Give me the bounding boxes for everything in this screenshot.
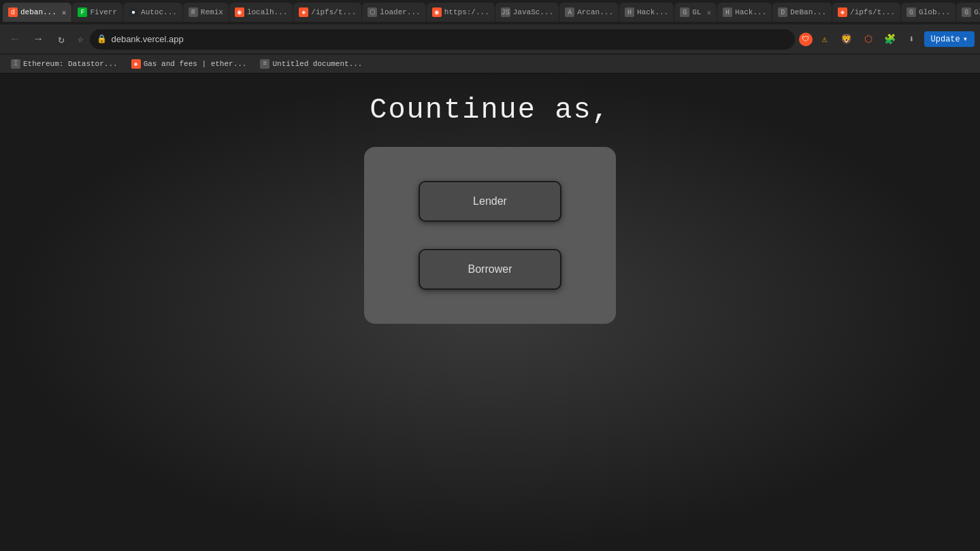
browser-chrome: d deban... ✕ F Fiverr ● Autoc... R Remix… [0, 0, 980, 73]
tab-javascript[interactable]: JS JavaSc... [495, 3, 559, 22]
tab-favicon: H [723, 7, 732, 17]
tab-favicon: ◈ [838, 7, 847, 17]
tab-favicon: ⬡ [368, 7, 377, 17]
tab-autocomplete[interactable]: ● Autoc... [123, 3, 182, 22]
brave-rewards-icon[interactable]: 🦁 [837, 30, 856, 49]
bookmark-favicon: Ξ [11, 59, 20, 69]
address-text: debank.vercel.app [111, 34, 787, 44]
toolbar: ← → ↻ ☆ 🔒 debank.vercel.app 🛡 ⚠ 🦁 ⬡ 🧩 ⬇ … [0, 24, 980, 54]
update-button[interactable]: Update ▾ [924, 31, 975, 47]
tab-global2[interactable]: G Glob... [956, 3, 980, 22]
toolbar-right: 🛡 ⚠ 🦁 ⬡ 🧩 ⬇ Update ▾ [799, 30, 975, 49]
tab-favicon: ◉ [235, 7, 244, 17]
tab-favicon: G [680, 7, 689, 17]
role-selection-card: Lender Borrower [364, 147, 616, 324]
tab-global1[interactable]: G Glob... [901, 3, 956, 22]
borrower-button[interactable]: Borrower [419, 249, 561, 290]
page-title: Countinue as, [370, 94, 610, 127]
tab-debank2[interactable]: D DeBan... [772, 3, 832, 22]
tab-ipfs2[interactable]: ◈ /ipfs/t... [832, 3, 900, 22]
tab-label: JavaSc... [513, 8, 553, 16]
tab-arcane[interactable]: A Arcan... [559, 3, 619, 22]
bookmarks-bar: Ξ Ethereum: Datastor... ◈ Gas and fees |… [0, 54, 980, 73]
bookmark-star-button[interactable]: ☆ [75, 31, 86, 48]
tab-label: https:/... [444, 8, 489, 16]
tab-hackeroon2[interactable]: H Hack... [717, 3, 772, 22]
tab-favicon: ● [129, 7, 138, 17]
lock-icon: 🔒 [97, 34, 107, 44]
bookmark-docs[interactable]: ≡ Untitled document... [255, 58, 368, 70]
tab-label: Glob... [974, 8, 980, 16]
tab-remix[interactable]: R Remix [183, 3, 229, 22]
tab-favicon: G [906, 7, 916, 17]
bookmark-gas[interactable]: ◈ Gas and fees | ether... [126, 58, 252, 70]
bookmark-favicon: ◈ [131, 59, 141, 69]
brave-shield-icon[interactable]: 🛡 [799, 33, 813, 46]
bookmark-label: Gas and fees | ether... [144, 60, 247, 68]
tab-https[interactable]: ◉ https:/... [427, 3, 495, 22]
tab-localhost[interactable]: ◉ localh... [229, 3, 293, 22]
bookmark-ethereum[interactable]: Ξ Ethereum: Datastor... [5, 58, 123, 70]
tab-favicon: D [778, 7, 787, 17]
tab-favicon: R [189, 7, 198, 17]
wallet-icon[interactable]: ⬡ [859, 30, 878, 49]
tab-label: Hack... [735, 8, 766, 16]
tab-favicon: ◈ [299, 7, 308, 17]
warning-icon[interactable]: ⚠ [815, 30, 834, 49]
tab-label: Remix [201, 8, 223, 16]
tab-gl[interactable]: G GL ✕ [674, 3, 717, 22]
lender-button[interactable]: Lender [419, 181, 561, 222]
tab-loader[interactable]: ⬡ loader... [362, 3, 425, 22]
tab-close-icon[interactable]: ✕ [62, 8, 67, 17]
tab-label: Autoc... [141, 8, 177, 16]
tab-favicon: F [78, 7, 87, 17]
tab-label: localh... [247, 8, 287, 16]
extensions-icon[interactable]: 🧩 [881, 30, 900, 49]
tab-label: deban... [20, 8, 56, 16]
tab-favicon: d [8, 7, 18, 17]
tab-favicon: G [962, 7, 971, 17]
update-label: Update [931, 35, 960, 44]
tab-label: /ipfs/t... [850, 8, 895, 16]
forward-button[interactable]: → [29, 30, 48, 49]
tab-favicon: JS [501, 7, 510, 17]
tab-favicon: A [565, 7, 574, 17]
tab-label: DeBan... [790, 8, 826, 16]
bookmark-label: Untitled document... [272, 60, 362, 68]
bookmark-favicon: ≡ [260, 59, 270, 69]
page-content: Countinue as, Lender Borrower [0, 73, 980, 551]
tab-ipfs1[interactable]: ◈ /ipfs/t... [293, 3, 361, 22]
tab-bar: d deban... ✕ F Fiverr ● Autoc... R Remix… [0, 0, 980, 24]
tab-label: Fiverr [90, 8, 117, 16]
tab-debank-active[interactable]: d deban... ✕ [3, 3, 71, 22]
tab-label: GL [692, 8, 701, 16]
tab-hackeroon[interactable]: H Hack... [619, 3, 674, 22]
tab-label: loader... [380, 8, 420, 16]
bookmark-label: Ethereum: Datastor... [23, 60, 118, 68]
tab-close-icon[interactable]: ✕ [706, 8, 711, 17]
tab-fiverr[interactable]: F Fiverr [72, 3, 122, 22]
tab-favicon: ◉ [432, 7, 442, 17]
reload-button[interactable]: ↻ [52, 30, 71, 49]
back-button[interactable]: ← [5, 30, 24, 49]
downloads-icon[interactable]: ⬇ [902, 30, 921, 49]
tab-label: Hack... [637, 8, 668, 16]
update-chevron-icon: ▾ [963, 34, 968, 44]
tab-label: Arcan... [577, 8, 613, 16]
tab-label: /ipfs/t... [311, 8, 356, 16]
address-bar[interactable]: 🔒 debank.vercel.app [90, 29, 794, 50]
tab-favicon: H [625, 7, 634, 17]
tab-label: Glob... [919, 8, 950, 16]
